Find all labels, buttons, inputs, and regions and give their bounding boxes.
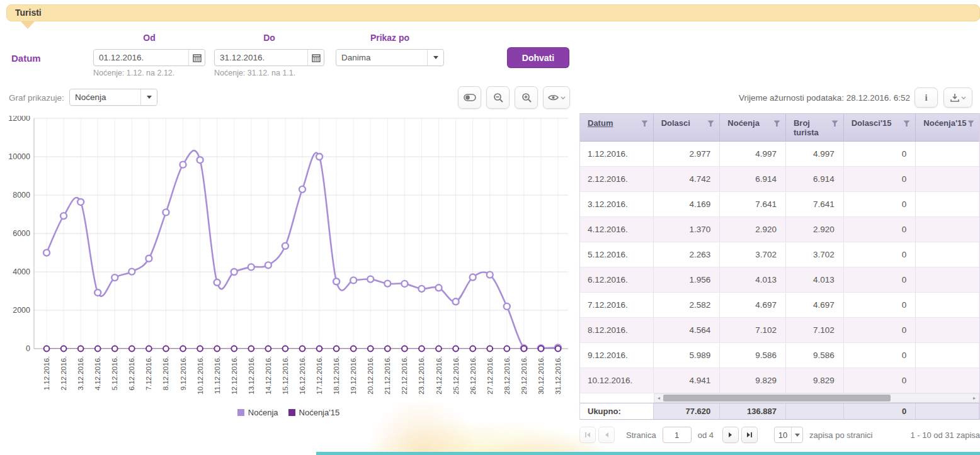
table-cell (916, 217, 979, 242)
page-size-label: zapisa po stranici (809, 430, 872, 440)
stranica-label: Stranica (626, 430, 656, 440)
data-table: DatumDolasciNoćenjaBroj turistaDolasci'1… (579, 113, 980, 420)
footer-total-cell (786, 403, 844, 419)
scrollbar-track[interactable]: ◂ ▸ (654, 393, 979, 403)
table-cell: 8.12.2016. (580, 318, 654, 342)
table-row: 9.12.2016.5.9899.5869.5860 (580, 343, 979, 368)
table-cell: 4.564 (654, 318, 721, 342)
bottom-accent-strip (316, 452, 980, 455)
column-header-1[interactable]: Datum (580, 114, 654, 141)
od-label: Od (93, 33, 205, 43)
scroll-right-arrow[interactable]: ▸ (970, 394, 979, 402)
filter-icon[interactable] (773, 120, 780, 127)
toggle-series-button[interactable] (458, 86, 481, 109)
table-cell: 4.742 (654, 167, 721, 191)
prev-page-button[interactable] (598, 427, 615, 443)
column-header-2[interactable]: Dolasci (654, 114, 721, 141)
column-header-3[interactable]: Noćenja (720, 114, 786, 141)
first-page-button[interactable] (579, 427, 596, 443)
zoom-out-button[interactable] (486, 86, 510, 109)
table-cell: 5.12.2016. (580, 242, 654, 267)
date-from-input[interactable]: 01.12.2016. (94, 50, 188, 65)
first-page-icon (584, 432, 591, 438)
prikaz-po-select[interactable]: Danima (336, 49, 444, 66)
export-download-button[interactable] (943, 87, 972, 108)
table-cell (916, 242, 979, 267)
page-number-input[interactable] (663, 427, 692, 443)
svg-text:10000: 10000 (8, 152, 30, 161)
filter-icon[interactable] (831, 120, 838, 127)
legend-swatch-dark (288, 409, 295, 416)
filter-icon[interactable] (903, 120, 910, 127)
chevron-down-icon[interactable] (140, 89, 157, 105)
footer-total-cell: 0 (844, 403, 916, 419)
svg-text:8000: 8000 (13, 191, 30, 199)
filter-icon[interactable] (641, 120, 648, 127)
date-to-input[interactable]: 31.12.2016. (215, 50, 307, 65)
table-cell: 0 (844, 368, 916, 393)
table-cell: 1.956 (654, 267, 721, 292)
table-cell: 7.641 (786, 192, 844, 216)
last-page-button[interactable] (741, 427, 758, 443)
calendar-icon[interactable] (188, 50, 205, 65)
page-size-select[interactable]: 10 (774, 427, 803, 443)
filter-icon[interactable] (967, 120, 974, 127)
legend-item-nocenja[interactable]: Noćenja (237, 408, 278, 417)
table-cell: 0 (844, 242, 916, 267)
svg-text:20.12.2016.: 20.12.2016. (367, 356, 374, 395)
table-cell (916, 343, 979, 368)
zoom-in-button[interactable] (515, 86, 538, 109)
column-title: Noćenja (727, 118, 760, 128)
scrollbar-thumb[interactable] (663, 395, 891, 402)
svg-text:27.12.2016.: 27.12.2016. (486, 356, 494, 395)
next-page-button[interactable] (722, 427, 739, 443)
svg-text:21.12.2016.: 21.12.2016. (384, 356, 391, 395)
table-row: 7.12.2016.2.5824.6974.6970 (580, 293, 979, 318)
filter-icon[interactable] (707, 120, 714, 127)
footer-total-cell: 136.887 (720, 403, 786, 419)
calendar-icon[interactable] (307, 50, 324, 65)
footer-label: Ukupno: (580, 403, 654, 419)
chevron-down-icon[interactable] (427, 50, 443, 65)
info-button[interactable]: i (914, 87, 938, 108)
table-cell: 9.586 (786, 343, 844, 368)
download-icon (950, 94, 959, 102)
graf-prikazuje-value: Noćenja (70, 89, 140, 105)
last-page-icon (746, 432, 753, 438)
scroll-left-arrow[interactable]: ◂ (654, 394, 663, 402)
table-cell: 4.997 (786, 142, 844, 166)
graf-prikazuje-select[interactable]: Noćenja (69, 89, 157, 106)
table-row: 8.12.2016.4.5647.1027.1020 (580, 318, 979, 343)
table-cell: 3.12.2016. (580, 192, 654, 216)
column-title: Dolasci (661, 118, 690, 128)
table-body: 1.12.2016.2.9774.9974.99702.12.2016.4.74… (580, 142, 979, 393)
column-header-4[interactable]: Broj turista (786, 114, 844, 141)
footer-total-cell (916, 403, 979, 419)
table-row: 2.12.2016.4.7426.9146.9140 (580, 167, 979, 192)
svg-text:0: 0 (26, 344, 30, 353)
table-cell: 2.920 (720, 217, 786, 242)
table-row: 10.12.2016.4.9419.8299.8290 (580, 368, 979, 393)
svg-text:4000: 4000 (13, 267, 30, 276)
svg-text:5.12.2016.: 5.12.2016. (111, 356, 118, 390)
turisti-tab-bar[interactable] (6, 4, 980, 21)
column-header-5[interactable]: Dolasci'15 (844, 114, 916, 141)
svg-text:23.12.2016.: 23.12.2016. (418, 356, 425, 395)
column-title: Datum (588, 118, 613, 128)
svg-text:2000: 2000 (13, 306, 30, 315)
prikaz-po-label: Prikaz po (336, 33, 444, 43)
chevron-down-icon[interactable] (791, 427, 802, 442)
table-cell: 4.169 (654, 192, 721, 216)
table-cell: 5.989 (654, 343, 721, 368)
visibility-menu-button[interactable] (543, 86, 570, 109)
table-cell: 2.920 (786, 217, 844, 242)
legend-item-nocenja15[interactable]: Noćenja'15 (288, 408, 340, 417)
table-cell (916, 167, 979, 191)
legend-label: Noćenja (248, 408, 278, 417)
date-from-input-group: 01.12.2016. (93, 49, 205, 66)
dohvati-button[interactable]: Dohvati (507, 47, 569, 68)
table-cell: 0 (844, 167, 916, 191)
svg-text:19.12.2016.: 19.12.2016. (350, 356, 357, 395)
column-header-6[interactable]: Noćenja'15 (916, 114, 979, 141)
table-cell: 9.586 (720, 343, 786, 368)
